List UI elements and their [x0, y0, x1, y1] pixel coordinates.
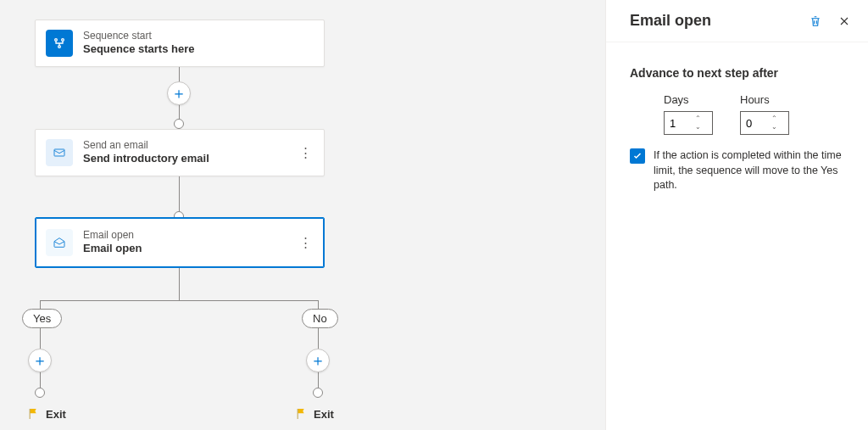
exit-yes[interactable]: Exit [27, 407, 66, 421]
node-menu-button[interactable]: ⋮ [296, 142, 315, 164]
checkbox-label: If the action is completed within the ti… [654, 148, 844, 193]
start-icon [46, 30, 73, 57]
connector [179, 268, 180, 300]
panel-header: Email open [606, 0, 868, 42]
node-subtitle: Email open [83, 229, 142, 243]
delete-button[interactable] [807, 13, 824, 30]
node-title: Email open [83, 242, 142, 256]
svg-rect-4 [30, 409, 31, 419]
hours-input[interactable]: ⌃ ⌄ [740, 111, 789, 135]
hours-label: Hours [740, 93, 789, 106]
node-subtitle: Sequence start [83, 30, 195, 43]
connector-node [174, 119, 184, 129]
node-email-open[interactable]: Email open Email open ⋮ [35, 217, 325, 268]
sequence-canvas: Sequence start Sequence starts here ＋ Se… [0, 0, 605, 430]
exit-label: Exit [46, 408, 66, 421]
checkbox-checked-icon[interactable] [630, 148, 645, 164]
add-step-button[interactable]: ＋ [167, 81, 191, 105]
svg-point-2 [58, 46, 61, 48]
hours-field[interactable] [741, 117, 771, 130]
node-sequence-start[interactable]: Sequence start Sequence starts here [35, 20, 325, 67]
details-panel: Email open Advance to next step after Da… [605, 0, 868, 430]
close-button[interactable] [836, 13, 853, 30]
days-input[interactable]: ⌃ ⌄ [664, 111, 713, 135]
hours-up[interactable]: ⌃ [771, 114, 777, 123]
yes-path-option[interactable]: If the action is completed within the ti… [630, 148, 844, 193]
node-send-email[interactable]: Send an email Send introductory email ⋮ [35, 129, 325, 176]
flag-icon [27, 407, 41, 421]
mail-icon [46, 139, 73, 166]
connector-node [35, 388, 45, 398]
node-menu-button[interactable]: ⋮ [296, 232, 315, 254]
days-up[interactable]: ⌃ [695, 114, 701, 123]
open-mail-icon [46, 229, 73, 256]
hours-down[interactable]: ⌄ [771, 123, 777, 131]
svg-rect-5 [298, 409, 298, 419]
node-subtitle: Send an email [83, 139, 209, 153]
days-label: Days [664, 93, 713, 106]
svg-point-0 [55, 39, 58, 42]
svg-rect-3 [54, 149, 64, 156]
connector-node [313, 388, 323, 398]
connector [40, 300, 319, 301]
days-field[interactable] [665, 117, 695, 130]
exit-no[interactable]: Exit [295, 407, 334, 421]
node-title: Sequence starts here [83, 42, 195, 57]
panel-title: Email open [630, 12, 711, 30]
section-label: Advance to next step after [630, 66, 844, 80]
node-title: Send introductory email [83, 152, 209, 166]
add-step-button-yes[interactable]: ＋ [28, 349, 52, 372]
branch-label-no[interactable]: No [302, 309, 338, 328]
panel-body: Advance to next step after Days ⌃ ⌄ Hour… [606, 42, 868, 217]
flag-icon [295, 407, 309, 421]
branch-label-yes[interactable]: Yes [22, 309, 62, 328]
days-down[interactable]: ⌄ [695, 123, 701, 131]
exit-label: Exit [314, 408, 334, 421]
svg-point-1 [62, 39, 64, 42]
add-step-button-no[interactable]: ＋ [306, 349, 330, 372]
